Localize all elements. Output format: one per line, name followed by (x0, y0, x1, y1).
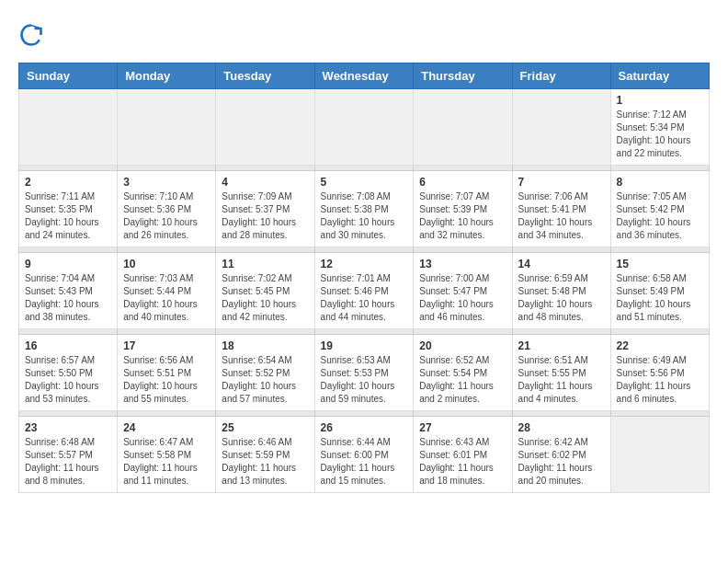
calendar-cell: 11Sunrise: 7:02 AM Sunset: 5:45 PM Dayli… (216, 253, 314, 329)
day-number: 10 (123, 258, 210, 270)
day-number: 20 (419, 339, 506, 352)
calendar-cell: 19Sunrise: 6:53 AM Sunset: 5:53 PM Dayli… (314, 335, 414, 411)
day-info: Sunrise: 7:00 AM Sunset: 5:47 PM Dayligh… (419, 272, 506, 324)
calendar-cell: 2Sunrise: 7:11 AM Sunset: 5:35 PM Daylig… (19, 171, 118, 247)
day-number: 17 (123, 339, 210, 352)
day-info: Sunrise: 6:52 AM Sunset: 5:54 PM Dayligh… (419, 354, 506, 406)
day-number: 1 (617, 94, 703, 107)
day-info: Sunrise: 7:05 AM Sunset: 5:42 PM Dayligh… (617, 190, 703, 242)
calendar-cell: 18Sunrise: 6:54 AM Sunset: 5:52 PM Dayli… (216, 335, 314, 411)
day-info: Sunrise: 6:57 AM Sunset: 5:50 PM Dayligh… (25, 354, 111, 406)
day-info: Sunrise: 7:08 AM Sunset: 5:38 PM Dayligh… (321, 190, 408, 242)
day-number: 6 (419, 176, 506, 189)
calendar-cell: 12Sunrise: 7:01 AM Sunset: 5:46 PM Dayli… (314, 253, 414, 329)
day-number: 24 (123, 421, 210, 434)
calendar-cell: 26Sunrise: 6:44 AM Sunset: 6:00 PM Dayli… (314, 417, 414, 493)
calendar-week-row: 2Sunrise: 7:11 AM Sunset: 5:35 PM Daylig… (19, 171, 710, 247)
calendar-cell: 23Sunrise: 6:48 AM Sunset: 5:57 PM Dayli… (19, 417, 118, 493)
logo (18, 22, 48, 48)
day-number: 18 (222, 339, 308, 352)
calendar-cell (314, 89, 414, 166)
day-info: Sunrise: 6:44 AM Sunset: 6:00 PM Dayligh… (321, 436, 408, 488)
day-info: Sunrise: 6:48 AM Sunset: 5:57 PM Dayligh… (25, 436, 111, 488)
day-info: Sunrise: 7:12 AM Sunset: 5:34 PM Dayligh… (617, 109, 703, 160)
day-number: 14 (518, 258, 605, 270)
day-info: Sunrise: 7:06 AM Sunset: 5:41 PM Dayligh… (518, 190, 605, 242)
calendar-cell (610, 417, 709, 493)
page-header (18, 18, 710, 48)
calendar-cell: 9Sunrise: 7:04 AM Sunset: 5:43 PM Daylig… (19, 253, 118, 329)
day-info: Sunrise: 7:01 AM Sunset: 5:46 PM Dayligh… (321, 272, 408, 324)
day-number: 22 (617, 339, 703, 352)
day-info: Sunrise: 7:07 AM Sunset: 5:39 PM Dayligh… (419, 190, 506, 242)
calendar-cell: 6Sunrise: 7:07 AM Sunset: 5:39 PM Daylig… (414, 171, 512, 247)
calendar-cell: 15Sunrise: 6:58 AM Sunset: 5:49 PM Dayli… (610, 253, 709, 329)
day-info: Sunrise: 6:43 AM Sunset: 6:01 PM Dayligh… (419, 436, 506, 488)
day-number: 8 (617, 176, 703, 189)
column-header-wednesday: Wednesday (314, 63, 414, 89)
day-info: Sunrise: 6:59 AM Sunset: 5:48 PM Dayligh… (518, 272, 605, 324)
day-info: Sunrise: 6:51 AM Sunset: 5:55 PM Dayligh… (518, 354, 605, 406)
calendar-cell (512, 89, 610, 166)
day-number: 7 (518, 176, 605, 189)
column-header-friday: Friday (512, 63, 610, 89)
calendar-cell: 8Sunrise: 7:05 AM Sunset: 5:42 PM Daylig… (610, 171, 709, 247)
day-number: 15 (617, 258, 703, 270)
calendar-cell: 3Sunrise: 7:10 AM Sunset: 5:36 PM Daylig… (118, 171, 216, 247)
day-number: 19 (321, 339, 408, 352)
day-number: 5 (321, 176, 408, 189)
day-info: Sunrise: 6:58 AM Sunset: 5:49 PM Dayligh… (617, 272, 703, 324)
calendar-cell: 4Sunrise: 7:09 AM Sunset: 5:37 PM Daylig… (216, 171, 314, 247)
calendar-cell (414, 89, 512, 166)
day-info: Sunrise: 7:03 AM Sunset: 5:44 PM Dayligh… (123, 272, 210, 324)
calendar-cell (19, 89, 118, 166)
day-number: 12 (321, 258, 408, 270)
calendar-week-row: 1Sunrise: 7:12 AM Sunset: 5:34 PM Daylig… (19, 89, 710, 166)
calendar-cell: 16Sunrise: 6:57 AM Sunset: 5:50 PM Dayli… (19, 335, 118, 411)
day-info: Sunrise: 7:09 AM Sunset: 5:37 PM Dayligh… (222, 190, 308, 242)
day-info: Sunrise: 7:04 AM Sunset: 5:43 PM Dayligh… (25, 272, 111, 324)
day-number: 26 (321, 421, 408, 434)
day-number: 28 (518, 421, 605, 434)
day-number: 27 (419, 421, 506, 434)
day-number: 13 (419, 258, 506, 270)
calendar-header-row: SundayMondayTuesdayWednesdayThursdayFrid… (19, 63, 710, 89)
day-info: Sunrise: 6:54 AM Sunset: 5:52 PM Dayligh… (222, 354, 308, 406)
calendar-cell: 27Sunrise: 6:43 AM Sunset: 6:01 PM Dayli… (414, 417, 512, 493)
day-number: 21 (518, 339, 605, 352)
day-number: 25 (222, 421, 308, 434)
column-header-tuesday: Tuesday (216, 63, 314, 89)
calendar-cell: 22Sunrise: 6:49 AM Sunset: 5:56 PM Dayli… (610, 335, 709, 411)
calendar-cell: 21Sunrise: 6:51 AM Sunset: 5:55 PM Dayli… (512, 335, 610, 411)
day-info: Sunrise: 6:47 AM Sunset: 5:58 PM Dayligh… (123, 436, 210, 488)
calendar-cell: 20Sunrise: 6:52 AM Sunset: 5:54 PM Dayli… (414, 335, 512, 411)
day-number: 23 (25, 421, 111, 434)
column-header-saturday: Saturday (610, 63, 709, 89)
day-number: 3 (123, 176, 210, 189)
column-header-thursday: Thursday (414, 63, 512, 89)
day-info: Sunrise: 7:02 AM Sunset: 5:45 PM Dayligh… (222, 272, 308, 324)
day-number: 4 (222, 176, 308, 189)
day-number: 16 (25, 339, 111, 352)
day-info: Sunrise: 6:42 AM Sunset: 6:02 PM Dayligh… (518, 436, 605, 488)
calendar-cell: 5Sunrise: 7:08 AM Sunset: 5:38 PM Daylig… (314, 171, 414, 247)
day-info: Sunrise: 7:11 AM Sunset: 5:35 PM Dayligh… (25, 190, 111, 242)
logo-icon (18, 22, 44, 48)
calendar-cell (216, 89, 314, 166)
calendar-cell: 1Sunrise: 7:12 AM Sunset: 5:34 PM Daylig… (610, 89, 709, 166)
calendar-week-row: 23Sunrise: 6:48 AM Sunset: 5:57 PM Dayli… (19, 417, 710, 493)
calendar-cell: 7Sunrise: 7:06 AM Sunset: 5:41 PM Daylig… (512, 171, 610, 247)
calendar-cell (118, 89, 216, 166)
day-number: 2 (25, 176, 111, 189)
calendar-cell: 25Sunrise: 6:46 AM Sunset: 5:59 PM Dayli… (216, 417, 314, 493)
calendar-cell: 10Sunrise: 7:03 AM Sunset: 5:44 PM Dayli… (118, 253, 216, 329)
day-number: 11 (222, 258, 308, 270)
calendar-cell: 17Sunrise: 6:56 AM Sunset: 5:51 PM Dayli… (118, 335, 216, 411)
day-info: Sunrise: 6:53 AM Sunset: 5:53 PM Dayligh… (321, 354, 408, 406)
day-info: Sunrise: 6:56 AM Sunset: 5:51 PM Dayligh… (123, 354, 210, 406)
day-info: Sunrise: 6:46 AM Sunset: 5:59 PM Dayligh… (222, 436, 308, 488)
column-header-monday: Monday (118, 63, 216, 89)
day-info: Sunrise: 7:10 AM Sunset: 5:36 PM Dayligh… (123, 190, 210, 242)
calendar-week-row: 16Sunrise: 6:57 AM Sunset: 5:50 PM Dayli… (19, 335, 710, 411)
day-info: Sunrise: 6:49 AM Sunset: 5:56 PM Dayligh… (617, 354, 703, 406)
